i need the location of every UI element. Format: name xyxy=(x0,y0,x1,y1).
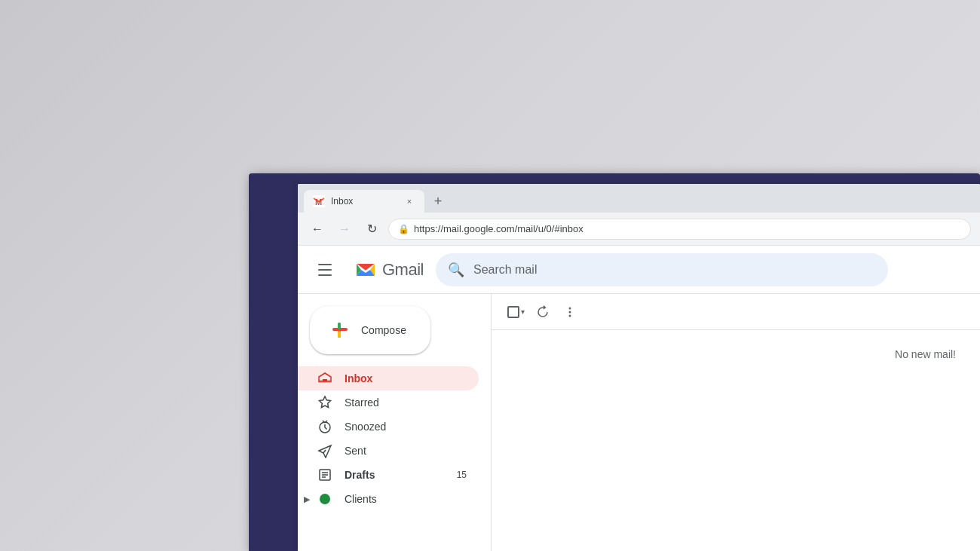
drafts-badge: 15 xyxy=(457,470,467,480)
starred-label: Starred xyxy=(345,396,467,409)
lock-icon: 🔒 xyxy=(398,224,409,234)
star-icon xyxy=(317,395,332,410)
back-button[interactable]: ← xyxy=(307,219,328,240)
select-checkbox xyxy=(507,306,519,318)
svg-rect-7 xyxy=(318,380,332,383)
select-dropdown-arrow: ▾ xyxy=(521,308,525,316)
sidebar-item-inbox[interactable]: Inbox xyxy=(298,366,479,390)
sidebar: Compose Inbox xyxy=(298,294,491,551)
hamburger-line-1 xyxy=(318,264,332,265)
toolbar: ▾ xyxy=(492,294,980,330)
compose-icon xyxy=(328,318,352,342)
forward-button[interactable]: → xyxy=(334,219,355,240)
tab-favicon: M xyxy=(313,195,325,207)
gmail-logo: Gmail xyxy=(352,256,424,283)
compose-button[interactable]: Compose xyxy=(310,306,430,354)
send-icon xyxy=(317,443,332,458)
new-tab-button[interactable]: + xyxy=(427,191,449,212)
tab-close-button[interactable]: × xyxy=(403,195,415,207)
clients-label: Clients xyxy=(345,493,467,505)
svg-rect-5 xyxy=(338,323,341,329)
sidebar-item-sent[interactable]: Sent xyxy=(298,439,479,463)
gmail-wordmark: Gmail xyxy=(382,260,424,280)
inbox-icon xyxy=(317,371,332,386)
url-bar[interactable]: 🔒 https://mail.google.com/mail/u/0/#inbo… xyxy=(388,219,971,240)
search-bar[interactable]: 🔍 Search mail xyxy=(436,253,888,286)
more-options-button[interactable] xyxy=(558,300,582,324)
sent-label: Sent xyxy=(345,445,467,457)
tab-bar: M Inbox × + xyxy=(298,184,980,213)
svg-point-10 xyxy=(569,307,571,309)
clients-icon xyxy=(317,491,332,507)
gmail-m-icon xyxy=(352,256,379,283)
svg-point-11 xyxy=(569,311,571,313)
search-icon: 🔍 xyxy=(448,262,464,278)
more-icon xyxy=(563,305,577,319)
refresh-icon xyxy=(536,305,550,319)
tab-title: Inbox xyxy=(331,196,397,207)
browser-tab[interactable]: M Inbox × xyxy=(304,190,424,213)
draft-icon xyxy=(317,467,332,482)
url-text: https://mail.google.com/mail/u/0/#inbox xyxy=(414,223,583,234)
drafts-label: Drafts xyxy=(345,469,445,481)
sidebar-item-snoozed[interactable]: Snoozed xyxy=(298,415,479,439)
gmail-app: Gmail 🔍 Search mail xyxy=(298,246,980,551)
inbox-label: Inbox xyxy=(345,372,455,384)
snooze-icon xyxy=(317,419,332,434)
clients-dot xyxy=(320,494,330,504)
sidebar-item-starred[interactable]: Starred xyxy=(298,390,479,415)
main-content: ▾ xyxy=(491,294,980,551)
hamburger-line-2 xyxy=(318,269,332,271)
sidebar-item-drafts[interactable]: Drafts 15 xyxy=(298,463,479,487)
gmail-body: Compose Inbox xyxy=(298,294,980,551)
hamburger-line-3 xyxy=(318,274,332,276)
svg-point-12 xyxy=(569,314,571,317)
hamburger-menu-button[interactable] xyxy=(310,255,340,285)
chevron-right-icon: ▶ xyxy=(304,494,310,504)
no-new-mail-text: No new mail! xyxy=(895,348,956,360)
gmail-header: Gmail 🔍 Search mail xyxy=(298,246,980,294)
svg-text:M: M xyxy=(315,197,322,207)
empty-state: No new mail! xyxy=(492,330,980,551)
snoozed-label: Snoozed xyxy=(345,421,467,433)
compose-label: Compose xyxy=(361,324,406,336)
svg-rect-6 xyxy=(338,331,341,338)
address-bar: ← → ↻ 🔒 https://mail.google.com/mail/u/0… xyxy=(298,213,980,246)
sidebar-item-clients[interactable]: ▶ Clients xyxy=(298,487,479,511)
refresh-button[interactable] xyxy=(531,300,555,324)
search-placeholder: Search mail xyxy=(473,263,876,277)
browser-window: M Inbox × + ← → ↻ 🔒 https://mail.google.… xyxy=(298,184,980,551)
select-all-button[interactable]: ▾ xyxy=(504,300,528,324)
reload-button[interactable]: ↻ xyxy=(361,219,382,240)
